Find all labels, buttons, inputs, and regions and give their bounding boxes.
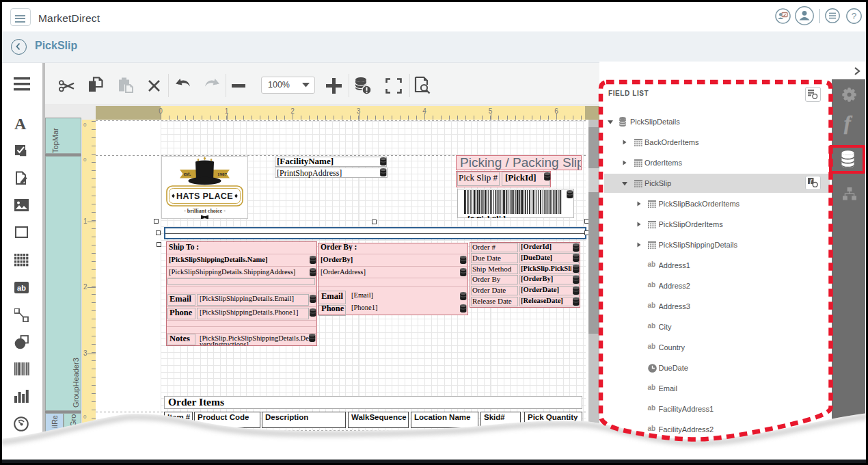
svg-text:ab: ab [17, 284, 26, 292]
svg-text:1987: 1987 [217, 172, 228, 177]
svg-text:?: ? [852, 11, 857, 21]
svg-text:est.: est. [184, 171, 191, 177]
svg-text:HATS PLACE: HATS PLACE [176, 191, 233, 201]
svg-text:- brilliant choice -: - brilliant choice - [184, 208, 226, 214]
